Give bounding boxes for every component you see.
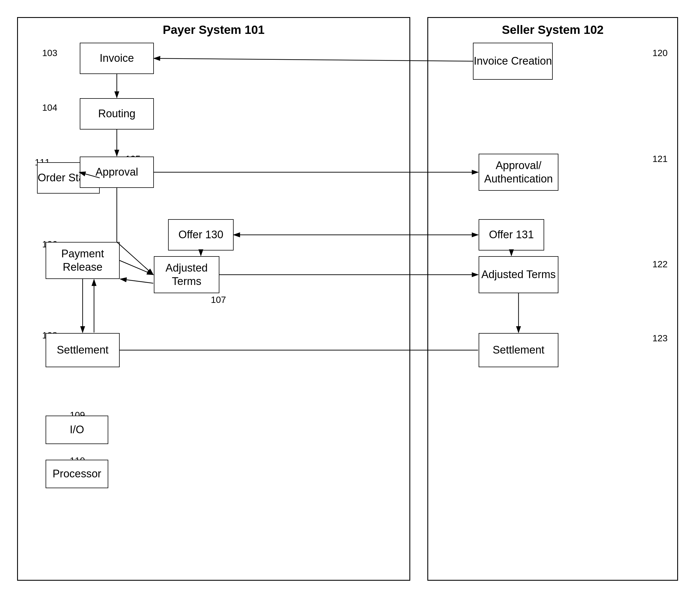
seller-system-box: Seller System 102	[427, 17, 678, 581]
invoice-creation-box: Invoice Creation	[473, 43, 553, 80]
routing-box: Routing	[80, 98, 154, 130]
adjusted-terms-seller-box: Adjusted Terms	[479, 256, 558, 293]
ref-120: 120	[653, 48, 668, 58]
seller-system-title: Seller System 102	[502, 23, 603, 37]
ref-103: 103	[42, 48, 57, 58]
io-box: I/O	[45, 416, 108, 444]
ref-123: 123	[653, 333, 668, 344]
invoice-box: Invoice	[80, 43, 154, 74]
approval-box: Approval	[80, 157, 154, 188]
ref-107: 107	[211, 295, 226, 305]
approval-auth-box: Approval/ Authentication	[479, 154, 558, 191]
ref-104: 104	[42, 102, 57, 113]
settlement-payer-box: Settlement	[45, 333, 120, 367]
offer-131-box: Offer 131	[479, 219, 544, 250]
adjusted-terms-payer-box: Adjusted Terms	[154, 256, 219, 293]
payment-release-box: Payment Release	[45, 242, 120, 279]
settlement-seller-box: Settlement	[479, 333, 558, 367]
ref-121: 121	[653, 154, 668, 164]
offer-130-box: Offer 130	[168, 219, 234, 250]
processor-box: Processor	[45, 460, 108, 488]
ref-122: 122	[653, 259, 668, 270]
diagram-container: Payer System 101 Seller System 102 103 I…	[17, 17, 681, 603]
payer-system-title: Payer System 101	[163, 23, 264, 37]
